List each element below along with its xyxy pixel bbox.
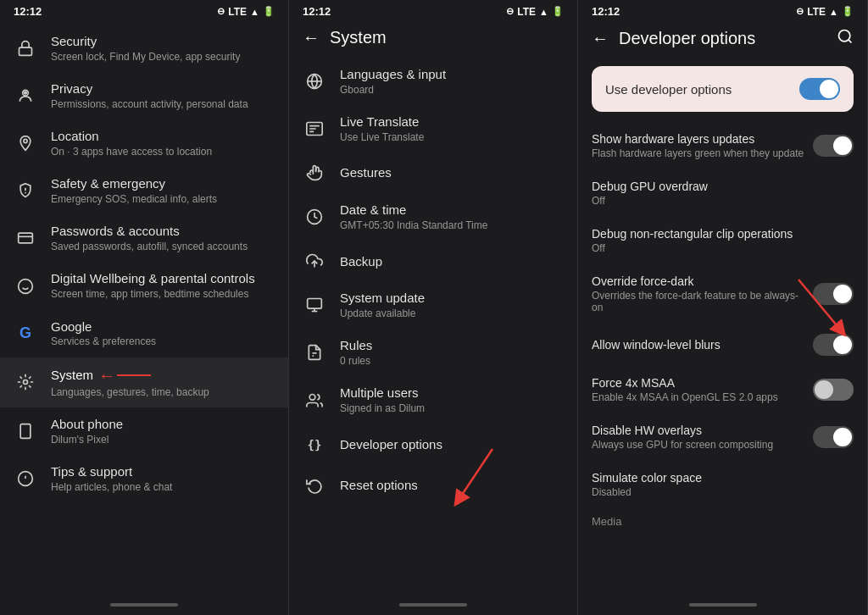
back-button-2[interactable]: ←	[303, 28, 320, 47]
svg-point-8	[19, 279, 33, 293]
developer-top-card: Use developer options	[592, 66, 854, 112]
privacy-icon	[14, 84, 37, 108]
tips-title: Tips & support	[51, 463, 275, 480]
bottom-bar-3	[578, 595, 867, 615]
translate-icon	[303, 117, 326, 141]
panel2-header: ← System	[289, 21, 577, 54]
datetime-subtitle: GMT+05:30 India Standard Time	[340, 219, 564, 233]
blurs-toggle[interactable]	[813, 334, 854, 356]
search-button-3[interactable]	[837, 28, 854, 49]
system-item-gestures[interactable]: Gestures	[289, 152, 577, 193]
translate-subtitle: Use Live Translate	[340, 131, 564, 145]
backup-title: Backup	[340, 253, 564, 270]
settings-item-safety[interactable]: Safety & emergency Emergency SOS, medica…	[0, 167, 288, 214]
dev-item-gpu-overdraw[interactable]: Debug GPU overdraw Off	[578, 169, 867, 217]
safety-subtitle: Emergency SOS, medical info, alerts	[51, 193, 275, 207]
system-item-backup[interactable]: Backup	[289, 241, 577, 281]
languages-title: Languages & input	[340, 66, 564, 83]
settings-item-google[interactable]: G Google Services & preferences	[0, 310, 288, 357]
bottom-pill-1	[110, 603, 178, 607]
location-icon	[14, 131, 37, 155]
system-item-languages[interactable]: Languages & input Gboard	[289, 58, 577, 105]
location-title: Location	[51, 128, 275, 145]
settings-item-system[interactable]: System ← Languages, gestures, time, back…	[0, 357, 288, 408]
update-subtitle: Update available	[340, 308, 564, 321]
system-item-users[interactable]: Multiple users Signed in as Dilum	[289, 376, 577, 424]
system-item-update[interactable]: System update Update available	[289, 281, 577, 329]
wellbeing-icon	[14, 274, 37, 298]
svg-rect-6	[19, 234, 33, 244]
panel2-system: 12:12 ⊖ LTE ▲ 🔋 ← System Languages & inp…	[289, 0, 578, 615]
bottom-bar-2	[289, 595, 577, 615]
hw-overlays-title: Disable HW overlays	[592, 424, 806, 437]
google-title: Google	[51, 319, 275, 335]
passwords-icon	[14, 226, 37, 250]
tips-subtitle: Help articles, phone & chat	[51, 481, 275, 495]
msaa-toggle[interactable]	[813, 379, 854, 401]
toggle-knob-hl	[833, 136, 852, 155]
hw-overlays-toggle[interactable]	[813, 426, 854, 448]
dev-item-hw-overlays[interactable]: Disable HW overlays Always use GPU for s…	[578, 413, 867, 461]
settings-item-tips[interactable]: Tips & support Help articles, phone & ch…	[0, 455, 288, 502]
force-dark-toggle[interactable]	[813, 283, 854, 305]
settings-item-about[interactable]: About phone Dilum's Pixel	[0, 407, 288, 455]
svg-line-32	[849, 40, 852, 43]
toggle-knob-fd	[833, 285, 852, 303]
colorspace-title: Simulate color space	[592, 471, 709, 485]
dev-item-hardware-layers[interactable]: Show hardware layers updates Flash hardw…	[578, 122, 867, 169]
gestures-icon	[303, 161, 326, 185]
dev-item-nonrect[interactable]: Debug non-rectangular clip operations Of…	[578, 217, 867, 264]
hardware-layers-title: Show hardware layers updates	[592, 132, 804, 146]
svg-point-2	[25, 92, 27, 95]
toggle-knob-msaa	[815, 380, 833, 399]
passwords-title: Passwords & accounts	[51, 223, 275, 240]
developer-title: Developer options	[340, 436, 564, 453]
settings-item-wellbeing[interactable]: Digital Wellbeing & parental controls Sc…	[0, 262, 288, 309]
google-subtitle: Services & preferences	[51, 335, 275, 349]
developer-master-toggle[interactable]	[799, 78, 840, 100]
system-icon	[14, 370, 37, 394]
panel3-developer: 12:12 ⊖ LTE ▲ 🔋 ← Developer options Use …	[578, 0, 868, 615]
settings-item-privacy[interactable]: Privacy Permissions, account activity, p…	[0, 72, 288, 119]
about-icon	[14, 419, 37, 443]
security-title: Security	[51, 33, 275, 50]
privacy-subtitle: Permissions, account activity, personal …	[51, 98, 275, 112]
panel1-settings: 12:12 ⊖ LTE ▲ 🔋 Security Screen lock, Fi…	[0, 0, 289, 615]
settings-item-location[interactable]: Location On · 3 apps have access to loca…	[0, 119, 288, 167]
system-item-developer[interactable]: {} Developer options	[289, 424, 577, 465]
security-subtitle: Screen lock, Find My Device, app securit…	[51, 51, 275, 64]
system-item-rules[interactable]: Rules 0 rules	[289, 329, 577, 376]
toggle-knob-master	[820, 80, 838, 98]
force-dark-subtitle: Overrides the force-dark feature to be a…	[592, 290, 806, 313]
safety-title: Safety & emergency	[51, 175, 275, 192]
wellbeing-subtitle: Screen time, app timers, bedtime schedul…	[51, 288, 275, 302]
blurs-title: Allow window-level blurs	[592, 338, 813, 352]
colorspace-subtitle: Disabled	[592, 486, 709, 498]
system-item-reset[interactable]: Reset options	[289, 465, 577, 506]
dev-item-msaa[interactable]: Force 4x MSAA Enable 4x MSAA in OpenGL E…	[578, 366, 867, 413]
bottom-pill-2	[399, 603, 467, 607]
about-subtitle: Dilum's Pixel	[51, 434, 275, 447]
reset-icon	[303, 474, 326, 497]
settings-item-security[interactable]: Security Screen lock, Find My Device, ap…	[0, 25, 288, 72]
lock-icon	[14, 36, 37, 60]
system-item-translate[interactable]: Live Translate Use Live Translate	[289, 105, 577, 152]
location-subtitle: On · 3 apps have access to location	[51, 146, 275, 159]
system-item-datetime[interactable]: Date & time GMT+05:30 India Standard Tim…	[289, 193, 577, 241]
media-section-title: Media	[592, 515, 854, 528]
settings-item-passwords[interactable]: Passwords & accounts Saved passwords, au…	[0, 214, 288, 262]
status-icons-2: ⊖ LTE ▲ 🔋	[506, 6, 564, 18]
dev-item-colorspace[interactable]: Simulate color space Disabled	[578, 461, 867, 508]
bottom-bar-1	[0, 595, 288, 615]
settings-list-1: Security Screen lock, Find My Device, ap…	[0, 21, 288, 595]
msaa-subtitle: Enable 4x MSAA in OpenGL ES 2.0 apps	[592, 391, 806, 403]
dev-item-force-dark[interactable]: Override force-dark Overrides the force-…	[578, 264, 867, 324]
tips-icon	[14, 467, 37, 490]
dev-item-blurs[interactable]: Allow window-level blurs	[578, 324, 867, 366]
bottom-pill-3	[689, 603, 757, 607]
users-subtitle: Signed in as Dilum	[340, 402, 564, 416]
panel3-title: Developer options	[619, 29, 826, 48]
hardware-layers-toggle[interactable]	[813, 135, 854, 157]
system-red-arrow: ←	[98, 366, 115, 385]
back-button-3[interactable]: ←	[592, 29, 609, 48]
